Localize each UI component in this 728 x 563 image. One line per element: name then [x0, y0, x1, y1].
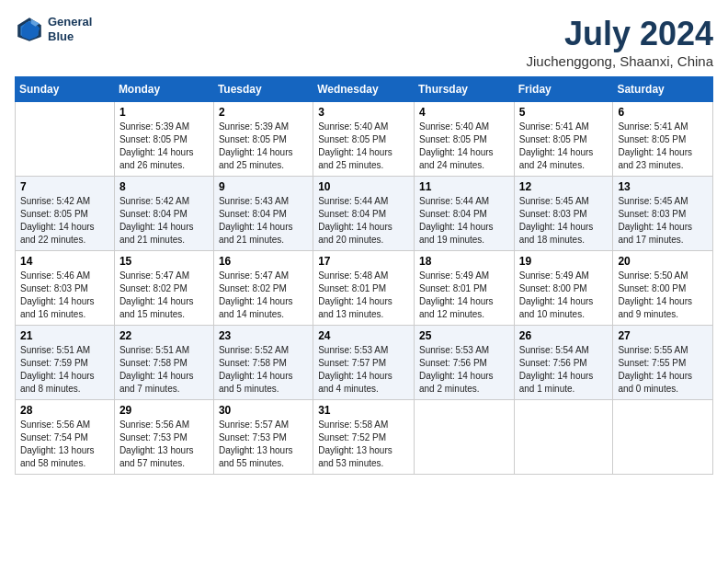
day-number: 8 — [119, 180, 209, 193]
calendar-cell: 9Sunrise: 5:43 AM Sunset: 8:04 PM Daylig… — [213, 177, 313, 251]
calendar-cell: 17Sunrise: 5:48 AM Sunset: 8:01 PM Dayli… — [313, 251, 415, 326]
day-number: 12 — [519, 180, 609, 193]
day-info: Sunrise: 5:52 AM Sunset: 7:58 PM Dayligh… — [219, 344, 308, 396]
day-number: 5 — [519, 106, 609, 119]
day-number: 20 — [618, 255, 708, 268]
day-info: Sunrise: 5:45 AM Sunset: 8:03 PM Dayligh… — [618, 195, 708, 247]
calendar-cell: 24Sunrise: 5:53 AM Sunset: 7:57 PM Dayli… — [313, 326, 415, 400]
day-info: Sunrise: 5:41 AM Sunset: 8:05 PM Dayligh… — [519, 121, 609, 172]
day-info: Sunrise: 5:51 AM Sunset: 7:58 PM Dayligh… — [119, 344, 209, 396]
calendar-cell — [514, 400, 613, 475]
calendar-cell: 23Sunrise: 5:52 AM Sunset: 7:58 PM Dayli… — [213, 326, 313, 400]
day-number: 16 — [219, 255, 308, 268]
logo-line2: Blue — [48, 29, 74, 43]
calendar-cell: 26Sunrise: 5:54 AM Sunset: 7:56 PM Dayli… — [514, 326, 613, 400]
logo-icon — [15, 15, 44, 44]
day-info: Sunrise: 5:45 AM Sunset: 8:03 PM Dayligh… — [519, 195, 609, 247]
week-row-3: 14Sunrise: 5:46 AM Sunset: 8:03 PM Dayli… — [16, 251, 713, 326]
day-number: 3 — [318, 106, 409, 119]
column-headers: SundayMondayTuesdayWednesdayThursdayFrid… — [16, 77, 713, 102]
day-number: 18 — [419, 255, 509, 268]
week-row-5: 28Sunrise: 5:56 AM Sunset: 7:54 PM Dayli… — [16, 400, 713, 475]
day-number: 25 — [419, 329, 509, 342]
calendar-cell: 21Sunrise: 5:51 AM Sunset: 7:59 PM Dayli… — [16, 326, 115, 400]
calendar-cell: 12Sunrise: 5:45 AM Sunset: 8:03 PM Dayli… — [514, 177, 613, 251]
day-number: 2 — [219, 106, 308, 119]
day-number: 21 — [20, 329, 109, 342]
calendar-cell: 18Sunrise: 5:49 AM Sunset: 8:01 PM Dayli… — [414, 251, 514, 326]
page-header: General Blue July 2024 Jiuchenggong, Sha… — [15, 15, 713, 69]
day-number: 1 — [119, 106, 209, 119]
week-row-2: 7Sunrise: 5:42 AM Sunset: 8:05 PM Daylig… — [16, 177, 713, 251]
month-title: July 2024 — [527, 15, 713, 53]
day-number: 7 — [20, 180, 109, 193]
day-info: Sunrise: 5:56 AM Sunset: 7:54 PM Dayligh… — [20, 419, 109, 470]
day-number: 30 — [219, 404, 308, 417]
calendar-cell: 16Sunrise: 5:47 AM Sunset: 8:02 PM Dayli… — [213, 251, 313, 326]
day-info: Sunrise: 5:51 AM Sunset: 7:59 PM Dayligh… — [20, 344, 109, 396]
day-info: Sunrise: 5:47 AM Sunset: 8:02 PM Dayligh… — [219, 270, 308, 321]
day-number: 23 — [219, 329, 308, 342]
day-info: Sunrise: 5:54 AM Sunset: 7:56 PM Dayligh… — [519, 344, 609, 396]
calendar-cell: 14Sunrise: 5:46 AM Sunset: 8:03 PM Dayli… — [16, 251, 115, 326]
calendar-cell: 5Sunrise: 5:41 AM Sunset: 8:05 PM Daylig… — [514, 102, 613, 177]
day-number: 14 — [20, 255, 109, 268]
calendar-table: SundayMondayTuesdayWednesdayThursdayFrid… — [15, 76, 713, 475]
day-info: Sunrise: 5:41 AM Sunset: 8:05 PM Dayligh… — [618, 121, 708, 172]
logo-line1: General — [48, 15, 92, 29]
calendar-cell — [414, 400, 514, 475]
column-header-monday: Monday — [114, 77, 213, 102]
calendar-cell: 4Sunrise: 5:40 AM Sunset: 8:05 PM Daylig… — [414, 102, 514, 177]
day-info: Sunrise: 5:40 AM Sunset: 8:05 PM Dayligh… — [419, 121, 509, 172]
calendar-cell: 22Sunrise: 5:51 AM Sunset: 7:58 PM Dayli… — [114, 326, 213, 400]
week-row-1: 1Sunrise: 5:39 AM Sunset: 8:05 PM Daylig… — [16, 102, 713, 177]
calendar-cell: 31Sunrise: 5:58 AM Sunset: 7:52 PM Dayli… — [313, 400, 415, 475]
calendar-cell — [16, 102, 115, 177]
calendar-cell: 25Sunrise: 5:53 AM Sunset: 7:56 PM Dayli… — [414, 326, 514, 400]
day-number: 31 — [318, 404, 409, 417]
calendar-cell: 1Sunrise: 5:39 AM Sunset: 8:05 PM Daylig… — [114, 102, 213, 177]
day-number: 10 — [318, 180, 409, 193]
day-number: 19 — [519, 255, 609, 268]
day-info: Sunrise: 5:44 AM Sunset: 8:04 PM Dayligh… — [419, 195, 509, 247]
calendar-cell: 7Sunrise: 5:42 AM Sunset: 8:05 PM Daylig… — [16, 177, 115, 251]
column-header-wednesday: Wednesday — [313, 77, 415, 102]
calendar-cell: 13Sunrise: 5:45 AM Sunset: 8:03 PM Dayli… — [613, 177, 713, 251]
calendar-cell: 27Sunrise: 5:55 AM Sunset: 7:55 PM Dayli… — [613, 326, 713, 400]
day-info: Sunrise: 5:53 AM Sunset: 7:56 PM Dayligh… — [419, 344, 509, 396]
day-info: Sunrise: 5:50 AM Sunset: 8:00 PM Dayligh… — [618, 270, 708, 321]
week-row-4: 21Sunrise: 5:51 AM Sunset: 7:59 PM Dayli… — [16, 326, 713, 400]
day-info: Sunrise: 5:47 AM Sunset: 8:02 PM Dayligh… — [119, 270, 209, 321]
day-number: 9 — [219, 180, 308, 193]
day-info: Sunrise: 5:58 AM Sunset: 7:52 PM Dayligh… — [318, 419, 409, 470]
calendar-cell: 20Sunrise: 5:50 AM Sunset: 8:00 PM Dayli… — [613, 251, 713, 326]
day-number: 28 — [20, 404, 109, 417]
calendar-cell: 30Sunrise: 5:57 AM Sunset: 7:53 PM Dayli… — [213, 400, 313, 475]
day-info: Sunrise: 5:48 AM Sunset: 8:01 PM Dayligh… — [318, 270, 409, 321]
calendar-cell — [613, 400, 713, 475]
day-info: Sunrise: 5:43 AM Sunset: 8:04 PM Dayligh… — [219, 195, 308, 247]
column-header-sunday: Sunday — [16, 77, 115, 102]
title-block: July 2024 Jiuchenggong, Shaanxi, China — [527, 15, 713, 69]
day-info: Sunrise: 5:49 AM Sunset: 8:00 PM Dayligh… — [519, 270, 609, 321]
column-header-saturday: Saturday — [613, 77, 713, 102]
day-number: 27 — [618, 329, 708, 342]
day-number: 15 — [119, 255, 209, 268]
day-number: 13 — [618, 180, 708, 193]
logo: General Blue — [15, 15, 92, 44]
column-header-thursday: Thursday — [414, 77, 514, 102]
day-number: 24 — [318, 329, 409, 342]
day-info: Sunrise: 5:56 AM Sunset: 7:53 PM Dayligh… — [119, 419, 209, 470]
calendar-cell: 15Sunrise: 5:47 AM Sunset: 8:02 PM Dayli… — [114, 251, 213, 326]
calendar-cell: 2Sunrise: 5:39 AM Sunset: 8:05 PM Daylig… — [213, 102, 313, 177]
calendar-cell: 19Sunrise: 5:49 AM Sunset: 8:00 PM Dayli… — [514, 251, 613, 326]
day-number: 26 — [519, 329, 609, 342]
column-header-friday: Friday — [514, 77, 613, 102]
calendar-cell: 3Sunrise: 5:40 AM Sunset: 8:05 PM Daylig… — [313, 102, 415, 177]
column-header-tuesday: Tuesday — [213, 77, 313, 102]
day-number: 11 — [419, 180, 509, 193]
day-info: Sunrise: 5:42 AM Sunset: 8:05 PM Dayligh… — [20, 195, 109, 247]
day-info: Sunrise: 5:53 AM Sunset: 7:57 PM Dayligh… — [318, 344, 409, 396]
day-number: 22 — [119, 329, 209, 342]
day-info: Sunrise: 5:46 AM Sunset: 8:03 PM Dayligh… — [20, 270, 109, 321]
